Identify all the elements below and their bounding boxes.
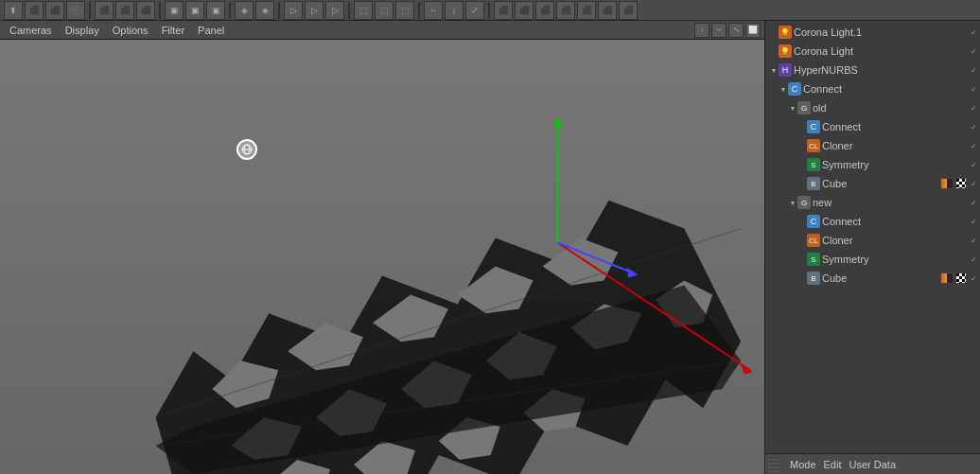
tree-arrow-new[interactable]: ▼ xyxy=(788,198,797,207)
toolbar-btn-22[interactable]: ⬛ xyxy=(494,1,513,20)
tree-spacer xyxy=(952,255,967,263)
toolbar-btn-28[interactable]: ⬛ xyxy=(619,1,638,20)
toolbar-sep-6 xyxy=(418,2,420,19)
toolbar-btn-9[interactable]: ▣ xyxy=(185,1,204,20)
tree-right-controls: ✓ xyxy=(952,103,978,113)
symmetry-1-icon: S xyxy=(807,158,820,171)
tree-check[interactable]: ✓ xyxy=(969,122,978,132)
tree-item-old[interactable]: ▼ G old ✓ xyxy=(765,98,980,117)
vp-ctrl-2[interactable]: ↔ xyxy=(711,23,726,38)
viewport[interactable]: Cameras Display Options Filter Panel ↕ ↔… xyxy=(0,21,764,474)
tree-arrow xyxy=(797,179,807,188)
toolbar-btn-17[interactable]: ⬚ xyxy=(375,1,394,20)
vp-ctrl-4[interactable]: ⬜ xyxy=(745,23,761,38)
tree-item-connect-2[interactable]: C Connect ✓ xyxy=(765,117,980,136)
toolbar-btn-20[interactable]: ↕ xyxy=(445,1,464,20)
toolbar-btn-23[interactable]: ⬛ xyxy=(515,1,534,20)
toolbar-btn-27[interactable]: ⬛ xyxy=(598,1,617,20)
tree-check[interactable]: ✓ xyxy=(969,160,978,169)
tree-check[interactable]: ✓ xyxy=(969,27,978,37)
corona-light-icon: 💡 xyxy=(779,44,792,58)
tree-check[interactable]: ✓ xyxy=(969,179,978,188)
toolbar-btn-3[interactable]: ⬛ xyxy=(45,1,64,20)
toolbar-btn-6[interactable]: ⬛ xyxy=(115,1,134,20)
toolbar-btn-14[interactable]: ▷ xyxy=(305,1,324,20)
tree-check[interactable]: ✓ xyxy=(969,46,978,56)
scene-view[interactable] xyxy=(0,40,764,474)
tree-check[interactable]: ✓ xyxy=(969,84,978,94)
toolbar-btn-24[interactable]: ⬛ xyxy=(535,1,554,20)
corona-light-1-label: Corona Light.1 xyxy=(794,26,950,38)
toolbar-btn-2[interactable]: ⬛ xyxy=(25,1,44,20)
toolbar-btn-1[interactable]: ⬆ xyxy=(4,1,23,20)
tree-item-corona-light-1[interactable]: 💡 Corona Light.1 ✓ xyxy=(765,23,980,42)
toolbar-btn-19[interactable]: ↔ xyxy=(424,1,443,20)
mode-button[interactable]: Mode xyxy=(790,459,816,470)
scene-tree: 💡 Corona Light.1 ✓ 💡 Corona Light ✓ xyxy=(765,21,980,453)
cube-2-icon: B xyxy=(807,272,820,285)
svg-marker-23 xyxy=(553,117,563,127)
connect-1-icon: C xyxy=(788,82,801,96)
toolbar-btn-10[interactable]: ▣ xyxy=(206,1,225,20)
tree-spacer xyxy=(952,199,967,206)
toolbar-btn-21[interactable]: ⤢ xyxy=(465,1,484,20)
toolbar-btn-7[interactable]: ⬛ xyxy=(136,1,155,20)
tree-arrow-hypernurbs[interactable]: ▼ xyxy=(769,65,779,75)
user-data-button[interactable]: User Data xyxy=(849,459,897,470)
menu-filter[interactable]: Filter xyxy=(156,25,190,36)
tag-orange xyxy=(940,178,954,189)
tree-arrow xyxy=(769,46,779,56)
tree-item-cube-2[interactable]: B Cube ✓ xyxy=(765,269,980,288)
tree-arrow xyxy=(797,217,807,226)
menu-panel[interactable]: Panel xyxy=(192,25,230,36)
tree-check[interactable]: ✓ xyxy=(969,273,978,283)
tree-check[interactable]: ✓ xyxy=(969,103,978,113)
menu-display[interactable]: Display xyxy=(60,25,105,36)
menu-cameras[interactable]: Cameras xyxy=(4,25,58,36)
tree-item-corona-light[interactable]: 💡 Corona Light ✓ xyxy=(765,42,980,61)
tree-check[interactable]: ✓ xyxy=(969,236,978,245)
cloner-1-icon: CL xyxy=(807,139,820,152)
tree-arrow xyxy=(797,236,807,245)
toolbar-btn-12[interactable]: ◈ xyxy=(255,1,274,20)
tree-right-controls: ✓ xyxy=(952,255,978,264)
tree-arrow-connect1[interactable]: ▼ xyxy=(779,84,788,94)
symmetry-2-label: Symmetry xyxy=(822,254,950,265)
tree-check[interactable]: ✓ xyxy=(969,198,978,207)
vp-ctrl-3[interactable]: ⤡ xyxy=(728,23,744,38)
tree-item-cloner-2[interactable]: CL Cloner ✓ xyxy=(765,231,980,250)
tree-right-controls: ✓ xyxy=(952,236,978,245)
connect-2-icon: C xyxy=(807,120,820,133)
tag-orange-2 xyxy=(940,272,954,284)
tree-item-symmetry-1[interactable]: S Symmetry ✓ xyxy=(765,155,980,174)
tree-arrow xyxy=(797,141,807,150)
tree-item-symmetry-2[interactable]: S Symmetry ✓ xyxy=(765,250,980,269)
edit-button[interactable]: Edit xyxy=(824,459,842,470)
tree-arrow xyxy=(797,273,807,283)
toolbar-btn-18[interactable]: ⬚ xyxy=(395,1,414,20)
tree-item-new[interactable]: ▼ G new ✓ xyxy=(765,193,980,212)
vp-ctrl-1[interactable]: ↕ xyxy=(694,23,709,38)
tree-item-connect-3[interactable]: C Connect ✓ xyxy=(765,212,980,231)
tree-item-cube-1[interactable]: B Cube ✓ xyxy=(765,174,980,193)
toolbar-btn-13[interactable]: ▷ xyxy=(284,1,303,20)
tree-check[interactable]: ✓ xyxy=(969,255,978,264)
tree-check[interactable]: ✓ xyxy=(969,65,978,75)
toolbar-btn-8[interactable]: ▣ xyxy=(165,1,184,20)
tree-item-connect-1[interactable]: ▼ C Connect ✓ xyxy=(765,79,980,98)
toolbar-btn-5[interactable]: ⬛ xyxy=(95,1,114,20)
tree-check[interactable]: ✓ xyxy=(969,217,978,226)
toolbar-btn-4[interactable]: ➕ xyxy=(66,1,85,20)
toolbar-btn-25[interactable]: ⬛ xyxy=(556,1,575,20)
new-label: new xyxy=(813,197,950,208)
toolbar-btn-16[interactable]: ⬚ xyxy=(354,1,373,20)
tree-arrow-old[interactable]: ▼ xyxy=(788,103,797,113)
tree-right-controls: ✓ xyxy=(952,84,978,94)
toolbar-btn-11[interactable]: ◈ xyxy=(235,1,254,20)
tree-check[interactable]: ✓ xyxy=(969,141,978,150)
tree-item-hypernurbs[interactable]: ▼ H HyperNURBS ✓ xyxy=(765,61,980,79)
tree-item-cloner-1[interactable]: CL Cloner ✓ xyxy=(765,136,980,155)
menu-options[interactable]: Options xyxy=(107,25,154,36)
toolbar-btn-15[interactable]: ▷ xyxy=(325,1,344,20)
toolbar-btn-26[interactable]: ⬛ xyxy=(577,1,596,20)
